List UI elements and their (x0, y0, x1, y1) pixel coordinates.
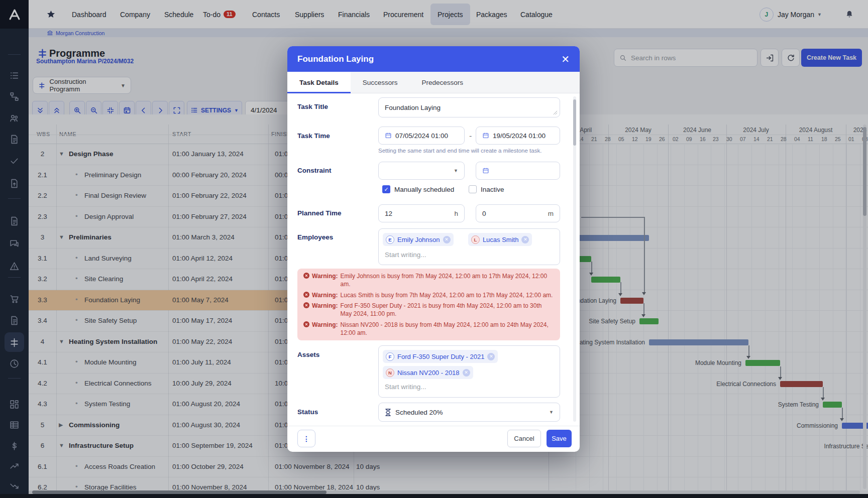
employees-multiselect[interactable]: EEmily Johnson✕LLucas Smith✕ Start writi… (378, 228, 560, 265)
task-end-input[interactable]: 19/05/2024 01:00 (476, 127, 560, 145)
chip-remove-icon[interactable]: ✕ (443, 236, 451, 243)
sidebar-item-risk-warning-icon[interactable] (9, 261, 20, 272)
tab-task-details[interactable]: Task Details (287, 72, 351, 93)
gantt-bar-system-testing[interactable] (823, 402, 842, 408)
finish-cell: 01:0 (275, 442, 288, 449)
sidebar-item-approvals-check-icon[interactable] (9, 156, 20, 166)
save-button[interactable]: Save (547, 430, 572, 447)
status-select[interactable]: Scheduled 20% ▼ (378, 403, 560, 422)
nav-item-contacts[interactable]: Contacts (252, 0, 280, 29)
gantt-bar-foundation-laying[interactable] (620, 298, 643, 304)
chevron-right-icon[interactable]: ▶ (59, 422, 63, 428)
user-menu[interactable]: J Jay Morgan ▼ (759, 0, 854, 29)
close-icon[interactable]: ✕ (561, 54, 570, 64)
scrollbar-thumb[interactable] (863, 127, 866, 216)
create-new-task-button[interactable]: Create New Task (801, 49, 862, 67)
sidebar-item-trend-down-icon[interactable] (9, 481, 20, 491)
sidebar-item-file-upload-icon[interactable] (9, 178, 20, 189)
week-gridline (738, 145, 738, 490)
nav-item-company[interactable]: Company (120, 0, 150, 29)
sidebar-item-messages-icon[interactable] (9, 238, 20, 249)
sidebar-item-procurement-cart-icon[interactable] (9, 294, 20, 304)
nav-item-catalogue[interactable]: Catalogue (520, 0, 553, 29)
tab-successors[interactable]: Successors (351, 72, 410, 93)
chevron-down-icon[interactable]: ▼ (59, 151, 64, 157)
sidebar-item-team-icon[interactable] (9, 113, 20, 123)
gantt-bar-site-safety-setup[interactable] (639, 318, 659, 324)
chip-remove-icon[interactable]: ✕ (463, 369, 470, 377)
modal-scrollbar[interactable] (573, 96, 576, 422)
nav-item-packages[interactable]: Packages (476, 0, 507, 29)
table-row-6-1[interactable]: 6.1•Access Roads Creation01:00 October 2… (29, 457, 868, 478)
chip-remove-icon[interactable]: ✕ (521, 236, 529, 243)
app-logo[interactable] (0, 0, 29, 29)
program-selector[interactable]: Construction Programm ▼ (33, 77, 131, 94)
nav-item-financials[interactable]: Financials (338, 0, 370, 29)
sidebar-item-orders-document-icon[interactable] (9, 315, 20, 326)
gantt-bar-module-mounting[interactable] (745, 360, 780, 366)
gantt-vertical-scrollbar[interactable] (863, 125, 866, 489)
nav-item-procurement[interactable]: Procurement (383, 0, 423, 29)
sidebar-item-org-chart-icon[interactable] (9, 91, 20, 102)
scrollbar-thumb[interactable] (32, 490, 327, 494)
project-subtitle[interactable]: Southampton Marina P/2024/M032 (36, 58, 134, 65)
nav-item-to-do[interactable]: To-do11 (203, 0, 236, 29)
sidebar-item-task-list-icon[interactable] (9, 70, 20, 81)
gantt-bar-site-clearing[interactable] (591, 277, 620, 283)
sidebar-item-data-table-icon[interactable] (9, 420, 20, 430)
inactive-checkbox[interactable] (469, 185, 477, 193)
gantt-bar-label: Module Mounting (631, 359, 741, 366)
chip-avatar: E (386, 235, 394, 244)
nav-item-suppliers[interactable]: Suppliers (295, 0, 324, 29)
sidebar-item-finance-dollar-icon[interactable] (9, 441, 20, 451)
leaf-bullet-icon: • (75, 212, 78, 220)
horizontal-scrollbar[interactable] (29, 490, 860, 494)
manually-scheduled-label: Manually scheduled (394, 186, 454, 193)
employee-chip-lucas-smith[interactable]: LLucas Smith✕ (468, 233, 532, 246)
finish-cell: 01:00 November 8, 2024 (275, 463, 350, 470)
sidebar-item-trend-up-icon[interactable] (9, 461, 20, 471)
more-options-button[interactable]: ⋮ (297, 430, 315, 447)
planned-time-label: Planned Time (297, 209, 342, 217)
tab-predecessors[interactable]: Predecessors (410, 72, 476, 93)
gantt-bar-electrical-connections[interactable] (780, 381, 823, 387)
sidebar-item-document-icon[interactable] (9, 134, 20, 145)
breadcrumb[interactable]: Morgan Construction (47, 30, 104, 36)
constraint-date-input[interactable] (476, 162, 560, 180)
asset-chip-nissan-nv200-2018[interactable]: NNissan NV200 - 2018✕ (383, 366, 473, 379)
task-start-input[interactable]: 07/05/2024 01:00 (378, 127, 465, 145)
resize-handle-icon[interactable] (553, 110, 558, 115)
sidebar-item-programme-gantt-icon[interactable] (9, 337, 20, 348)
sidebar-item-contract-document-icon[interactable] (9, 216, 20, 226)
planned-minutes-input[interactable]: 0 m (476, 204, 560, 222)
leaf-bullet-icon: • (75, 379, 78, 387)
planned-hours-input[interactable]: 12 h (378, 204, 465, 222)
chevron-down-icon[interactable]: ▼ (59, 234, 64, 240)
notifications-bell-icon[interactable] (845, 10, 854, 19)
scrollbar-thumb[interactable] (573, 99, 576, 146)
nav-item-schedule[interactable]: Schedule (164, 0, 193, 29)
chevron-down-icon[interactable]: ▼ (59, 442, 64, 448)
chevron-down-icon[interactable]: ▼ (59, 338, 64, 344)
export-button[interactable] (761, 49, 779, 67)
sidebar-item-dashboard-grid-icon[interactable] (9, 399, 20, 410)
wbs-cell: 2.3 (29, 213, 56, 220)
sidebar-item-time-clock-icon[interactable] (9, 358, 20, 369)
favorites-star-icon[interactable] (46, 0, 56, 29)
nav-item-dashboard[interactable]: Dashboard (72, 0, 106, 29)
task-title-input[interactable]: Foundation Laying (378, 97, 560, 117)
chip-remove-icon[interactable]: ✕ (487, 353, 495, 360)
constraint-type-select[interactable]: ▼ (378, 162, 465, 180)
employee-chip-emily-johnson[interactable]: EEmily Johnson✕ (383, 233, 454, 246)
start-cell: 01:00 May 22, 2024 (172, 338, 232, 345)
table-row-6-2[interactable]: 6.2•Storage Facilities01:00 November 8, … (29, 477, 868, 490)
nav-item-projects[interactable]: Projects (430, 4, 470, 25)
manually-scheduled-checkbox[interactable]: ✓ (382, 185, 390, 193)
asset-chip-ford-f-350-super-duty-2021[interactable]: FFord F-350 Super Duty - 2021✕ (383, 350, 498, 363)
sidebar-divider (8, 378, 21, 379)
gantt-bar-heating-system-installation[interactable] (649, 339, 748, 345)
search-input[interactable]: Search in rows (614, 49, 757, 67)
refresh-button[interactable] (782, 49, 800, 67)
assets-multiselect[interactable]: FFord F-350 Super Duty - 2021✕NNissan NV… (378, 345, 560, 398)
cancel-button[interactable]: Cancel (507, 430, 541, 447)
